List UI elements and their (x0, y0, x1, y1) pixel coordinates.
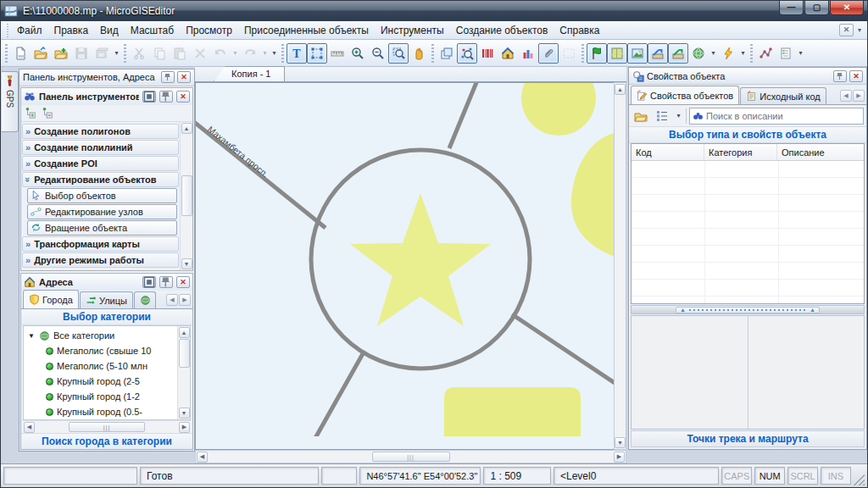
minimize-button[interactable]: — (779, 1, 804, 15)
new-file-button[interactable] (10, 43, 31, 64)
description-search-box[interactable] (689, 108, 864, 125)
map-vscrollbar[interactable]: ▲ ▼ (614, 82, 626, 450)
restore-icon[interactable] (142, 276, 156, 288)
save-file-button[interactable] (71, 43, 92, 64)
menubar-close-button[interactable]: ✕ (839, 24, 854, 36)
menu-help[interactable]: Справка (554, 22, 605, 39)
gps-dock-tab[interactable]: GPS (2, 71, 19, 132)
column-code[interactable]: Код (632, 144, 704, 160)
pin-icon[interactable] (159, 276, 173, 288)
tab-cities[interactable]: Города (23, 290, 79, 308)
tab-scroll-left-icon[interactable]: ◀ (840, 90, 852, 102)
scroll-right-icon[interactable]: ▶ (179, 422, 190, 433)
tree-item[interactable]: Крупный город (0.5- (27, 404, 177, 419)
text-labels-toggle[interactable]: T (287, 43, 307, 64)
close-icon[interactable]: ✕ (176, 276, 190, 288)
delete-button[interactable] (190, 43, 210, 64)
scroll-down-icon[interactable]: ▼ (181, 258, 192, 269)
city-search-link[interactable]: Поиск города в категории (21, 433, 192, 449)
home-view-button[interactable] (498, 43, 518, 64)
ruler-tool-button[interactable] (327, 43, 348, 64)
menu-scale[interactable]: Масштаб (125, 22, 180, 39)
tab-object-properties[interactable]: Свойства объектов (631, 86, 739, 104)
menu-create-objects[interactable]: Создание объектов (450, 22, 554, 39)
import-file-button[interactable] (51, 43, 71, 64)
scroll-left-icon[interactable]: ◀ (197, 452, 208, 463)
redo-button[interactable] (240, 43, 260, 64)
list-view-button[interactable] (653, 107, 671, 125)
edit-group-caret[interactable]: ▾ (270, 43, 279, 64)
edit-nodes-button[interactable]: Редактирование узлов (27, 204, 177, 219)
tree-root[interactable]: ▼ Все категории (27, 328, 177, 343)
tab-scroll-right-icon[interactable]: ▶ (853, 90, 865, 102)
tree-item[interactable]: Крупный город (2-5 (27, 374, 177, 389)
undo-caret[interactable]: ▾ (231, 43, 240, 64)
save-all-button[interactable] (92, 43, 112, 64)
category-select-link[interactable]: Выбор категории (21, 309, 192, 325)
menu-view[interactable]: Вид (94, 22, 125, 39)
list-view-caret[interactable]: ▾ (674, 106, 683, 126)
menu-tools[interactable]: Инструменты (375, 22, 450, 39)
tab-regions[interactable] (134, 291, 156, 308)
maximize-button[interactable]: ▢ (804, 1, 829, 15)
scrollbar-thumb[interactable]: ||| (372, 452, 450, 462)
object-list-button[interactable] (776, 43, 796, 64)
map-tab-copy-1[interactable]: Копия - 1 (214, 66, 285, 81)
map-canvas[interactable]: Махамбета просп. (195, 82, 614, 450)
image-layer-toggle[interactable] (627, 43, 648, 64)
column-category[interactable]: Категория (704, 144, 777, 160)
tab-source-code[interactable]: Исходный код (740, 87, 826, 104)
globe-caret[interactable]: ▾ (709, 43, 718, 64)
globe-button[interactable] (688, 43, 709, 64)
menu-preview[interactable]: Просмотр (180, 22, 238, 39)
select-objects-button[interactable]: Выбор объектов (27, 188, 177, 203)
close-button[interactable]: ✕ (830, 1, 864, 15)
menubar-overflow-icon[interactable]: ▾ (855, 26, 864, 34)
selection-rect-button[interactable] (559, 43, 579, 64)
tab-streets[interactable]: Улицы (80, 291, 133, 308)
tree-hscrollbar[interactable]: ◀ ||| ▶ (23, 420, 191, 433)
paste-button[interactable] (170, 43, 190, 64)
restore-icon[interactable] (142, 91, 156, 103)
menu-edit[interactable]: Правка (48, 22, 95, 39)
zoom-in-button[interactable] (348, 43, 368, 64)
barcode-button[interactable] (477, 43, 498, 64)
scroll-down-icon[interactable]: ▼ (615, 437, 626, 448)
open-type-button[interactable] (632, 107, 650, 125)
city-category-tree[interactable]: ▼ Все категории Мегаполис (свыше 10 Мега… (23, 325, 191, 420)
run-button[interactable] (718, 43, 738, 64)
section-map-transform[interactable]: »Трансформация карты (22, 236, 179, 252)
cascade-windows-button[interactable] (437, 43, 457, 64)
route-points-button[interactable] (755, 43, 776, 64)
scroll-right-icon[interactable]: ▶ (614, 452, 625, 463)
scroll-down-icon[interactable]: ▼ (179, 408, 190, 419)
attachments-toggle[interactable] (538, 43, 559, 64)
close-icon[interactable]: ✕ (849, 70, 863, 82)
scrollbar-thumb[interactable] (181, 175, 192, 216)
remove-node-button[interactable] (40, 105, 55, 120)
scrollbar-thumb[interactable]: ||| (69, 422, 145, 432)
open-file-button[interactable] (31, 43, 51, 64)
object-type-table[interactable]: Код Категория Описание (631, 143, 865, 304)
map-layer-toggle[interactable] (607, 43, 627, 64)
copy-button[interactable] (149, 43, 170, 64)
rotate-object-button[interactable]: Вращение объекта (27, 220, 177, 236)
tree-vscrollbar[interactable]: ▲ ▼ (177, 326, 190, 419)
chart-export-alt-toggle[interactable] (668, 43, 688, 64)
section-create-polylines[interactable]: »Создание полилиний (22, 140, 179, 155)
flags-toggle[interactable] (587, 43, 607, 64)
statistics-button[interactable] (518, 43, 538, 64)
redo-caret[interactable]: ▾ (260, 43, 270, 64)
tree-item[interactable]: Мегаполис (5-10 млн (27, 358, 177, 374)
tab-scroll-right-icon[interactable]: ▶ (179, 294, 191, 306)
frame-select-toggle[interactable] (307, 43, 327, 64)
map-hscrollbar[interactable]: ◀ ||| ▶ (195, 450, 626, 463)
undo-button[interactable] (210, 43, 231, 64)
object-list-caret[interactable]: ▾ (796, 43, 805, 64)
run-caret[interactable]: ▾ (738, 43, 748, 64)
file-group-caret[interactable]: ▾ (112, 43, 121, 64)
section-create-polygons[interactable]: »Создание полигонов (22, 124, 179, 139)
scroll-up-icon[interactable]: ▲ (615, 84, 626, 95)
pin-icon[interactable] (159, 91, 173, 103)
search-input[interactable] (706, 111, 860, 121)
